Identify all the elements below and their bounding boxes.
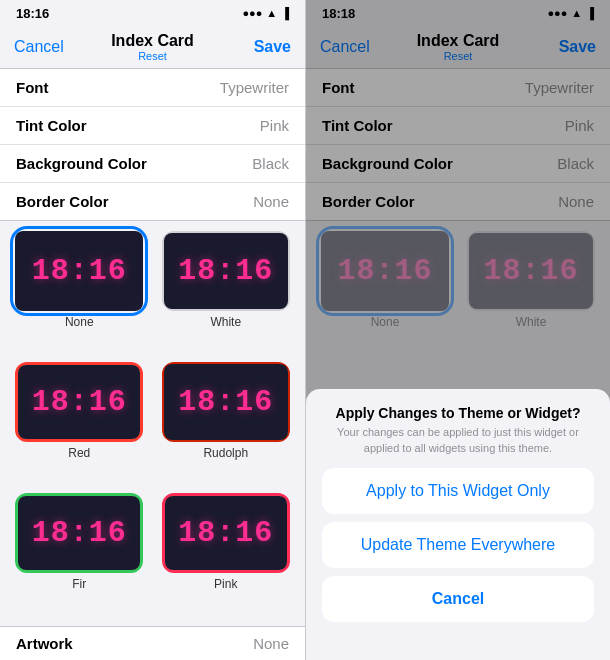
bg-value-left: Black (252, 155, 289, 172)
modal-sheet: Apply Changes to Theme or Widget? Your c… (306, 389, 610, 660)
color-card-none-left[interactable]: 18:16 (15, 231, 143, 311)
border-row-left[interactable]: Border Color None (0, 183, 305, 220)
color-item-red-left[interactable]: 18:16 Red (10, 362, 149, 485)
modal-subtitle: Your changes can be applied to just this… (322, 425, 594, 456)
artwork-value-left: None (253, 635, 289, 652)
clock-pink-left: 18:16 (178, 516, 273, 550)
font-label-left: Font (16, 79, 48, 96)
border-label-left: Border Color (16, 193, 109, 210)
status-time-left: 18:16 (16, 6, 49, 21)
font-value-left: Typewriter (220, 79, 289, 96)
signal-icon: ●●● (242, 7, 262, 19)
color-card-red-left[interactable]: 18:16 (15, 362, 143, 442)
color-card-pink-left[interactable]: 18:16 (162, 493, 290, 573)
modal-title: Apply Changes to Theme or Widget? (322, 405, 594, 421)
clock-display-fir-left: 18:16 (18, 496, 140, 570)
color-grid-left: 18:16 None 18:16 White 18:16 Red (0, 221, 305, 626)
bg-label-left: Background Color (16, 155, 147, 172)
color-item-rudolph-left[interactable]: 18:16 Rudolph (157, 362, 296, 485)
bg-row-left[interactable]: Background Color Black (0, 145, 305, 183)
color-name-pink-left: Pink (214, 577, 237, 591)
right-phone-panel: 18:18 ●●● ▲ ▐ Cancel Index Card Reset Sa… (305, 0, 610, 660)
color-item-pink-left[interactable]: 18:16 Pink (157, 493, 296, 616)
cancel-button-left[interactable]: Cancel (14, 38, 64, 56)
battery-icon: ▐ (281, 7, 289, 19)
apply-widget-button[interactable]: Apply to This Widget Only (322, 468, 594, 514)
nav-title-left: Index Card (111, 32, 194, 50)
color-name-fir-left: Fir (72, 577, 86, 591)
clock-display-white-left: 18:16 (164, 233, 288, 309)
status-bar-left: 18:16 ●●● ▲ ▐ (0, 0, 305, 24)
color-name-white-left: White (210, 315, 241, 329)
nav-reset-left[interactable]: Reset (111, 50, 194, 62)
settings-section-left: Font Typewriter Tint Color Pink Backgrou… (0, 68, 305, 221)
modal-cancel-button[interactable]: Cancel (322, 576, 594, 622)
clock-red-left: 18:16 (32, 385, 127, 419)
clock-rudolph-left: 18:16 (178, 385, 273, 419)
clock-white-left: 18:16 (178, 254, 273, 288)
color-name-red-left: Red (68, 446, 90, 460)
tint-row-left[interactable]: Tint Color Pink (0, 107, 305, 145)
modal-overlay: Apply Changes to Theme or Widget? Your c… (306, 0, 610, 660)
tint-value-left: Pink (260, 117, 289, 134)
artwork-label-left: Artwork (16, 635, 73, 652)
clock-display-red-left: 18:16 (18, 365, 140, 439)
color-card-rudolph-left[interactable]: 18:16 (162, 362, 290, 442)
nav-bar-left: Cancel Index Card Reset Save (0, 24, 305, 68)
color-item-none-left[interactable]: 18:16 None (10, 231, 149, 354)
clock-display-pink-left: 18:16 (165, 496, 287, 570)
font-row-left[interactable]: Font Typewriter (0, 69, 305, 107)
bottom-bar-left[interactable]: Artwork None (0, 626, 305, 660)
wifi-icon: ▲ (266, 7, 277, 19)
border-value-left: None (253, 193, 289, 210)
clock-fir-left: 18:16 (32, 516, 127, 550)
save-button-left[interactable]: Save (254, 38, 291, 56)
nav-center-left: Index Card Reset (111, 32, 194, 62)
left-phone-panel: 18:16 ●●● ▲ ▐ Cancel Index Card Reset Sa… (0, 0, 305, 660)
clock-display-none-left: 18:16 (15, 231, 143, 311)
update-theme-button[interactable]: Update Theme Everywhere (322, 522, 594, 568)
color-name-rudolph-left: Rudolph (203, 446, 248, 460)
status-icons-left: ●●● ▲ ▐ (242, 7, 289, 19)
clock-display-rudolph-left: 18:16 (164, 364, 288, 440)
color-name-none-left: None (65, 315, 94, 329)
color-item-fir-left[interactable]: 18:16 Fir (10, 493, 149, 616)
clock-none-left: 18:16 (32, 254, 127, 288)
color-card-white-left[interactable]: 18:16 (162, 231, 290, 311)
color-item-white-left[interactable]: 18:16 White (157, 231, 296, 354)
tint-label-left: Tint Color (16, 117, 87, 134)
color-card-fir-left[interactable]: 18:16 (15, 493, 143, 573)
